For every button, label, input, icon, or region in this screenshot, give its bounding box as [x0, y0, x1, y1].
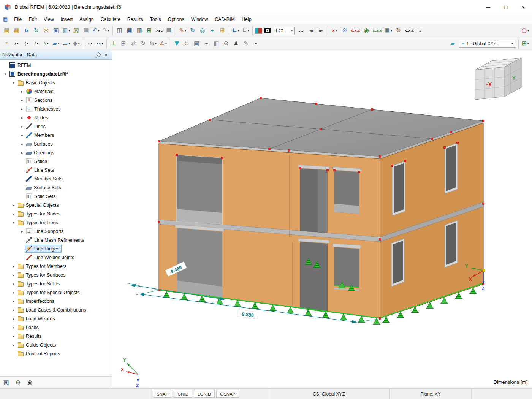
menu-cad-bim[interactable]: CAD-BIM	[211, 16, 238, 23]
more-insert-tools-button[interactable]: »	[251, 38, 261, 49]
new-solid-button[interactable]: ◆▾	[71, 38, 81, 49]
numbering-display-button[interactable]: x.x.x	[350, 25, 361, 36]
next-load-case-button[interactable]: ►	[316, 25, 326, 36]
expand-chevron-icon[interactable]: ▸	[11, 264, 17, 268]
tree-item-rfem[interactable]: RFEM	[0, 61, 112, 70]
tree-item-surfaces[interactable]: ▸Surfaces	[0, 139, 112, 148]
expand-chevron-icon[interactable]: ▸	[11, 326, 17, 329]
tree-item-thicknesses[interactable]: ▸≡Thicknesses	[0, 104, 112, 113]
menu-options[interactable]: Options	[165, 16, 188, 23]
view-navigation-cube[interactable]: -X Y	[475, 58, 521, 100]
sketch-mode-button[interactable]: ✎	[241, 38, 251, 49]
tree-item-results[interactable]: ▸Results	[0, 332, 112, 340]
send-model-button[interactable]: ✉	[41, 25, 51, 36]
chevron-down-icon[interactable]: ▾	[27, 42, 28, 45]
expand-chevron-icon[interactable]: ▸	[19, 151, 25, 155]
tree-item-members[interactable]: ▸Members	[0, 131, 112, 139]
expand-chevron-icon[interactable]: ▸	[11, 212, 17, 216]
load-case-select[interactable]: LC1▾	[274, 27, 295, 35]
chevron-down-icon[interactable]: ▾	[291, 29, 293, 32]
tables-toggle-button[interactable]: ▦	[125, 25, 134, 36]
model-viewport[interactable]: 9.480 9.880	[112, 50, 532, 388]
visibility-eye-button[interactable]: ⊙	[13, 377, 23, 388]
chevron-down-icon[interactable]: ▾	[165, 42, 167, 45]
tree-item-openings[interactable]: ▸Openings	[0, 148, 112, 157]
table-print-button[interactable]: ▤	[164, 25, 174, 36]
cube-right-face-label[interactable]: Y	[512, 75, 516, 81]
printout-report-button[interactable]: ▤	[81, 25, 91, 36]
new-member-set-button[interactable]: //▾	[41, 38, 51, 49]
chevron-down-icon[interactable]: ▾	[37, 42, 38, 45]
value-numbering-button[interactable]: x.x.x	[371, 25, 383, 36]
chevron-down-icon[interactable]: ▾	[511, 42, 513, 45]
chevron-down-icon[interactable]: ▾	[98, 29, 100, 32]
close-button[interactable]: ×	[515, 0, 532, 14]
grid-toggle[interactable]: GRID	[174, 390, 192, 398]
camera-view-button[interactable]: ◉	[25, 377, 35, 388]
tree-item-line-sets[interactable]: Line Sets	[0, 166, 112, 174]
tree-item-types-for-nodes[interactable]: ▸Types for Nodes	[0, 209, 112, 218]
results-display-button[interactable]: ⊙	[340, 25, 349, 36]
expand-chevron-icon[interactable]: ▸	[11, 291, 17, 294]
chevron-down-icon[interactable]: ▾	[17, 42, 19, 45]
chevron-down-icon[interactable]: ▾	[68, 42, 70, 45]
tree-item-solids[interactable]: ◧Solids	[0, 157, 112, 166]
delete-results-button[interactable]: ×▾	[330, 25, 339, 36]
collapse-chevron-icon[interactable]: ▾	[2, 72, 8, 76]
tree-item-line-mesh-refinements[interactable]: Line Mesh Refinements	[0, 236, 112, 244]
edit-objects-button[interactable]: ✎▾	[178, 25, 187, 36]
new-arc-button[interactable]: (▾	[22, 38, 31, 49]
chevron-down-icon[interactable]: ▾	[238, 29, 239, 32]
expand-chevron-icon[interactable]: ▸	[19, 90, 25, 93]
values-display-button[interactable]: ◉	[361, 25, 371, 36]
menu-assign[interactable]: Assign	[76, 16, 97, 23]
menu-insert[interactable]: Insert	[57, 16, 76, 23]
expand-chevron-icon[interactable]: ▸	[19, 98, 25, 102]
chevron-down-icon[interactable]: ▾	[47, 42, 49, 45]
undo-button[interactable]: ↶▾	[91, 25, 101, 36]
tree-item-imperfections[interactable]: ▸Imperfections	[0, 297, 112, 306]
grid-settings-button[interactable]: ⊞▾	[521, 38, 530, 49]
dimension-tool-button[interactable]: x▾	[85, 38, 95, 49]
rotate-view-button[interactable]: ↻	[188, 25, 197, 36]
collapse-chevron-icon[interactable]: ▾	[11, 81, 17, 85]
tree-item-load-wizards[interactable]: ▸Load Wizards	[0, 314, 112, 323]
close-panel-button[interactable]: ×	[102, 51, 110, 59]
navigator-toggle-button[interactable]: ◫	[115, 25, 124, 36]
expand-chevron-icon[interactable]: ▸	[19, 107, 25, 111]
tree-item-types-for-members[interactable]: ▸Types for Members	[0, 262, 112, 271]
tree-item-materials[interactable]: ▸Materials	[0, 87, 112, 96]
tree-item-berechnungsdatei-rf6[interactable]: ▾Berechnungsdatei.rf6*	[0, 70, 112, 78]
osnap-toggle[interactable]: OSNAP	[216, 390, 239, 398]
print-graphic-button[interactable]: ▧	[2, 377, 11, 388]
expand-chevron-icon[interactable]: ▸	[11, 273, 17, 277]
cube-front-face-label[interactable]: -X	[486, 81, 492, 87]
minimize-button[interactable]: ─	[480, 0, 497, 14]
zoom-view-button[interactable]: ◎	[198, 25, 207, 36]
tree-item-types-for-solids[interactable]: ▸Types for Solids	[0, 279, 112, 288]
chevron-down-icon[interactable]: ▾	[155, 42, 157, 45]
add-object-button[interactable]: ⊞	[217, 25, 227, 36]
expand-chevron-icon[interactable]: ▸	[11, 282, 17, 286]
tree-item-lines[interactable]: ▸Lines	[0, 122, 112, 131]
more-standard-tools-button[interactable]: »	[415, 25, 425, 36]
menu-calculate[interactable]: Calculate	[97, 16, 124, 23]
chevron-down-icon[interactable]: ▾	[78, 42, 79, 45]
pan-view-button[interactable]: +	[207, 25, 217, 36]
new-node-support-button[interactable]: ⊥	[109, 38, 118, 49]
chevron-down-icon[interactable]: ▾	[336, 29, 337, 32]
menu-results[interactable]: Results	[124, 16, 147, 23]
expand-chevron-icon[interactable]: ▸	[11, 343, 17, 347]
sc-export-button[interactable]: >sc	[154, 25, 164, 36]
menu-file[interactable]: File	[11, 16, 25, 23]
bim-link-button[interactable]: b	[22, 25, 31, 36]
chevron-down-icon[interactable]: ▾	[58, 42, 59, 45]
tree-item-nodes[interactable]: ▸Nodes	[0, 113, 112, 122]
chevron-down-icon[interactable]: ▾	[108, 29, 109, 32]
new-member-button[interactable]: /▾	[32, 38, 41, 49]
selection-filter-button[interactable]: ▼	[172, 38, 182, 49]
chevron-down-icon[interactable]: ▾	[102, 42, 103, 45]
chevron-down-icon[interactable]: ▾	[391, 29, 392, 32]
chevron-down-icon[interactable]: ▾	[68, 29, 70, 32]
menu-view[interactable]: View	[40, 16, 57, 23]
